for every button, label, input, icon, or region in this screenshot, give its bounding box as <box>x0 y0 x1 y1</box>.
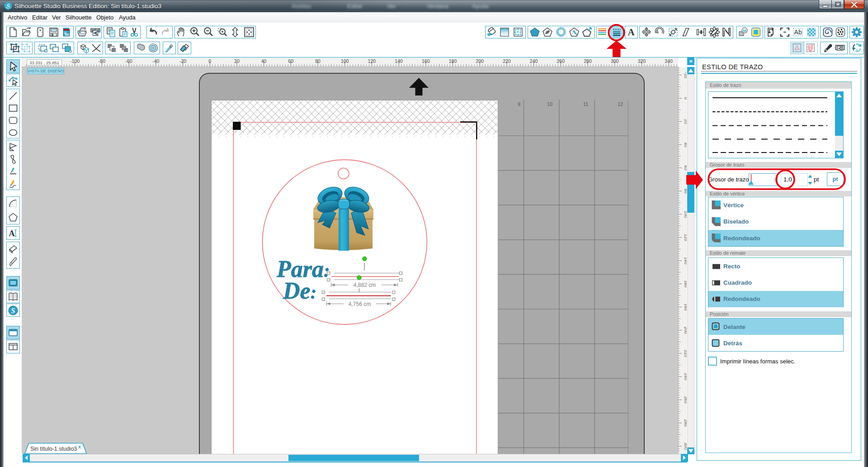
svg-text:SD: SD <box>65 33 69 36</box>
svg-text:180: 180 <box>684 304 687 311</box>
svg-text:11: 11 <box>583 101 588 107</box>
svg-text:320: 320 <box>638 58 646 64</box>
svg-text:-20: -20 <box>684 72 687 78</box>
svg-text:280: 280 <box>684 419 687 427</box>
svg-text:0: 0 <box>208 58 211 64</box>
svg-text:20: 20 <box>234 58 240 64</box>
svg-text:-80: -80 <box>99 58 105 64</box>
svg-text:200: 200 <box>684 327 687 334</box>
svg-text:200: 200 <box>476 58 484 64</box>
svg-text:240: 240 <box>530 58 538 64</box>
svg-text:180: 180 <box>449 58 457 64</box>
svg-text:Sin título-1.studio3: Sin título-1.studio3 <box>30 446 77 452</box>
svg-text:9: 9 <box>518 101 520 107</box>
svg-text:120: 120 <box>684 234 687 241</box>
svg-text:M: M <box>743 28 746 33</box>
svg-text:340: 340 <box>665 58 673 64</box>
svg-text:-20: -20 <box>179 58 186 64</box>
svg-text:240: 240 <box>684 373 687 380</box>
svg-text:300: 300 <box>611 58 619 64</box>
svg-text:-60: -60 <box>126 58 132 64</box>
svg-text:40: 40 <box>261 58 267 64</box>
svg-text:20: 20 <box>684 119 687 124</box>
svg-text:260: 260 <box>684 396 687 404</box>
svg-text:40: 40 <box>684 142 687 147</box>
svg-text:80: 80 <box>315 58 321 64</box>
svg-text:A: A <box>794 29 799 36</box>
svg-text:140: 140 <box>684 257 687 264</box>
svg-text:120: 120 <box>368 58 376 64</box>
svg-text:60: 60 <box>288 58 293 64</box>
svg-text:300: 300 <box>684 443 687 450</box>
svg-text:100: 100 <box>684 210 687 218</box>
svg-text:S: S <box>11 306 15 314</box>
svg-text:b: b <box>798 29 802 36</box>
svg-text:160: 160 <box>684 280 687 287</box>
svg-text:-100: -100 <box>70 58 80 64</box>
svg-text:160: 160 <box>422 58 430 64</box>
svg-text:12: 12 <box>618 101 623 107</box>
svg-text:280: 280 <box>584 58 592 64</box>
svg-text:10: 10 <box>547 101 552 107</box>
svg-text:220: 220 <box>684 350 687 357</box>
svg-text:260: 260 <box>557 58 565 64</box>
svg-text:x: x <box>78 444 81 449</box>
svg-text:220: 220 <box>503 58 511 64</box>
svg-text:A: A <box>627 27 635 38</box>
svg-text:A: A <box>9 229 15 238</box>
svg-text:-40: -40 <box>152 58 159 64</box>
svg-text:0: 0 <box>684 97 687 100</box>
svg-text:140: 140 <box>395 58 403 64</box>
svg-text:100: 100 <box>341 58 349 64</box>
